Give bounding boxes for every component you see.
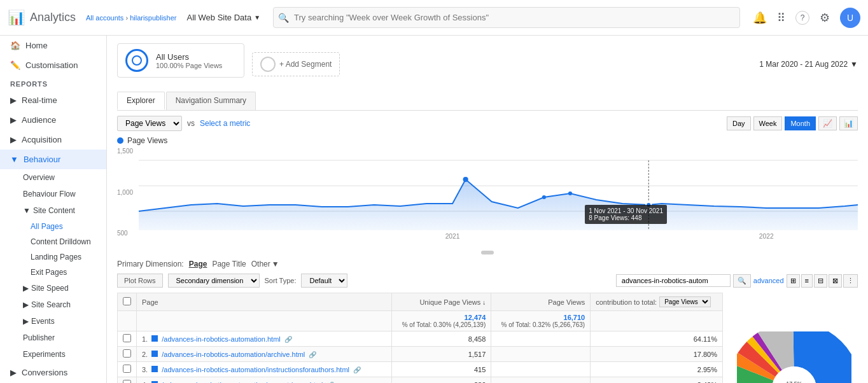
bar-chart-btn[interactable]: 📊 [839, 116, 858, 130]
link-icon-1[interactable]: 🔗 [309, 351, 316, 358]
sidebar-item-all-pages[interactable]: All Pages [0, 219, 106, 234]
th-unique-page-views[interactable]: Unique Page Views ↓ [392, 293, 491, 311]
property-selector[interactable]: All Web Site Data ▼ [187, 13, 261, 22]
sidebar-item-events[interactable]: ▶ Events [0, 313, 106, 330]
week-btn[interactable]: Week [753, 116, 783, 130]
sidebar-item-landing-pages[interactable]: Landing Pages [0, 249, 106, 265]
sort-type-select[interactable]: Default [301, 274, 347, 288]
segment-bar: All Users 100.00% Page Views + Add Segme… [117, 43, 858, 85]
table-row: 3. /advances-in-robotics-automation/inst… [118, 362, 723, 377]
page-link-2[interactable]: /advances-in-robotics-automation/instruc… [162, 366, 349, 373]
pie-chart: 17.5% 64.1% [731, 293, 858, 383]
dim-other-link[interactable]: Other ▼ [251, 260, 279, 268]
tab-navigation-summary[interactable]: Navigation Summary [166, 92, 256, 110]
sidebar-item-experiments[interactable]: Experiments [0, 346, 106, 363]
apps-icon[interactable]: ⠿ [777, 11, 785, 25]
settings-icon[interactable]: ⚙ [820, 11, 830, 25]
sidebar-item-home[interactable]: 🏠 Home [0, 36, 106, 55]
chart-scrollbar[interactable] [117, 251, 858, 254]
breadcrumb-current[interactable]: hilarispublisher [130, 14, 176, 22]
page-link-0[interactable]: /advances-in-robotics-automation.html [162, 335, 280, 343]
expand-behaviour-icon: ▼ [10, 155, 18, 164]
sidebar-item-customisation[interactable]: ✏️ Customisation [0, 55, 106, 75]
secondary-dimension-select[interactable]: Secondary dimension [168, 274, 260, 288]
sidebar-item-acquisition[interactable]: ▶ Acquisition [0, 130, 106, 150]
sidebar-item-behaviour-flow[interactable]: Behaviour Flow [0, 186, 106, 202]
top-actions: 🔔 ⠿ ? ⚙ U [753, 8, 860, 28]
metric-select[interactable]: Page Views [117, 116, 182, 131]
row-checkbox-3[interactable] [123, 380, 131, 383]
sidebar-item-overview[interactable]: Overview [0, 169, 106, 186]
table-search-input[interactable] [616, 274, 731, 287]
sidebar-item-content-drilldown[interactable]: Content Drilldown [0, 234, 106, 249]
avatar[interactable]: U [840, 8, 860, 28]
sidebar-item-audience[interactable]: ▶ Audience [0, 110, 106, 130]
more-view-btn[interactable]: ⋮ [843, 274, 858, 288]
chart-legend: Page Views [117, 136, 858, 145]
tab-explorer[interactable]: Explorer [117, 92, 165, 110]
svg-text:2022: 2022 [759, 233, 774, 240]
page-link-3[interactable]: /advances-in-robotics-automation/current… [162, 381, 323, 384]
data-table: Page Unique Page Views ↓ Page Views cont… [117, 293, 723, 383]
help-icon[interactable]: ? [795, 11, 809, 25]
date-range-picker[interactable]: 1 Mar 2020 - 21 Aug 2022 ▼ [759, 60, 858, 69]
notification-icon[interactable]: 🔔 [753, 11, 767, 25]
svg-point-5 [463, 177, 468, 182]
row-checkbox-1[interactable] [123, 349, 131, 358]
sidebar-item-publisher[interactable]: Publisher [0, 330, 106, 346]
grid-view-btn[interactable]: ⊞ [787, 274, 800, 288]
compare-view-btn[interactable]: ⊟ [814, 274, 827, 288]
table-row: 4. /advances-in-robotics-automation/curr… [118, 377, 723, 384]
advanced-link[interactable]: advanced [753, 277, 784, 284]
expand-audience-icon: ▶ [10, 115, 17, 125]
chart-area: Page Views 1,500 1,000 500 [117, 136, 858, 254]
plot-rows-btn[interactable]: Plot Rows [117, 274, 163, 288]
svg-marker-4 [139, 179, 858, 230]
content-area: All Users 100.00% Page Views + Add Segme… [107, 36, 868, 383]
search-input[interactable] [273, 7, 740, 28]
page-link-1[interactable]: /advances-in-robotics-automation/archive… [162, 351, 305, 358]
row-checkbox-2[interactable] [123, 365, 131, 373]
day-btn[interactable]: Day [727, 116, 751, 130]
search-filter-btn[interactable]: 🔍 [733, 274, 751, 288]
chart-type-buttons: Day Week Month 📈 📊 [727, 116, 858, 130]
link-icon-2[interactable]: 🔗 [353, 366, 361, 373]
month-btn[interactable]: Month [785, 116, 816, 130]
segment-name: All Users [156, 52, 222, 62]
th-page-views[interactable]: Page Views [491, 293, 591, 311]
chart-y-labels: 1,500 1,000 500 [117, 148, 136, 237]
dim-page-link[interactable]: Page [189, 260, 207, 268]
line-chart-btn[interactable]: 📈 [818, 116, 837, 130]
contribution-metric-select[interactable]: Page Views [659, 296, 711, 307]
pivot-view-btn[interactable]: ⊠ [829, 274, 842, 288]
link-icon-0[interactable]: 🔗 [284, 336, 292, 343]
sort-arrow-unique: ↓ [482, 299, 486, 306]
th-checkbox [118, 293, 137, 311]
chart-tooltip: 1 Nov 2021 - 30 Nov 2021 8 Page Views: 4… [585, 205, 667, 224]
app-name: Analytics [30, 11, 76, 24]
sidebar-item-behaviour[interactable]: ▼ Behaviour [0, 150, 106, 169]
dim-page-title-link[interactable]: Page Title [212, 260, 246, 268]
sidebar-item-site-content[interactable]: ▼ Site Content [0, 202, 106, 219]
logo-icon: 📊 [8, 10, 25, 26]
th-page: Page [137, 293, 392, 311]
segment-subtitle: 100.00% Page Views [156, 62, 222, 69]
sidebar-item-realtime[interactable]: ▶ Real-time [0, 90, 106, 110]
list-view-btn[interactable]: ≡ [801, 274, 813, 288]
svg-text:2021: 2021 [445, 233, 460, 240]
select-metric-link[interactable]: Select a metric [200, 119, 250, 128]
breadcrumb: All accounts › hilarispublisher [86, 14, 176, 22]
sidebar-item-exit-pages[interactable]: Exit Pages [0, 265, 106, 280]
sidebar-item-site-search[interactable]: ▶ Site Search [0, 296, 106, 313]
add-segment-btn[interactable]: + Add Segment [252, 52, 340, 76]
search-icon: 🔍 [278, 13, 289, 23]
row-checkbox-0[interactable] [123, 334, 131, 342]
breadcrumb-parent[interactable]: All accounts [86, 14, 123, 22]
table-controls: Plot Rows Secondary dimension Sort Type:… [117, 274, 858, 288]
expand-events-icon: ▶ [23, 317, 29, 326]
sidebar-item-site-speed[interactable]: ▶ Site Speed [0, 280, 106, 296]
select-all-checkbox[interactable] [123, 297, 131, 305]
reports-section-label: REPORTS [0, 75, 106, 90]
sidebar-item-conversions[interactable]: ▶ Conversions [0, 363, 106, 382]
report-tabs: Explorer Navigation Summary [117, 92, 858, 111]
